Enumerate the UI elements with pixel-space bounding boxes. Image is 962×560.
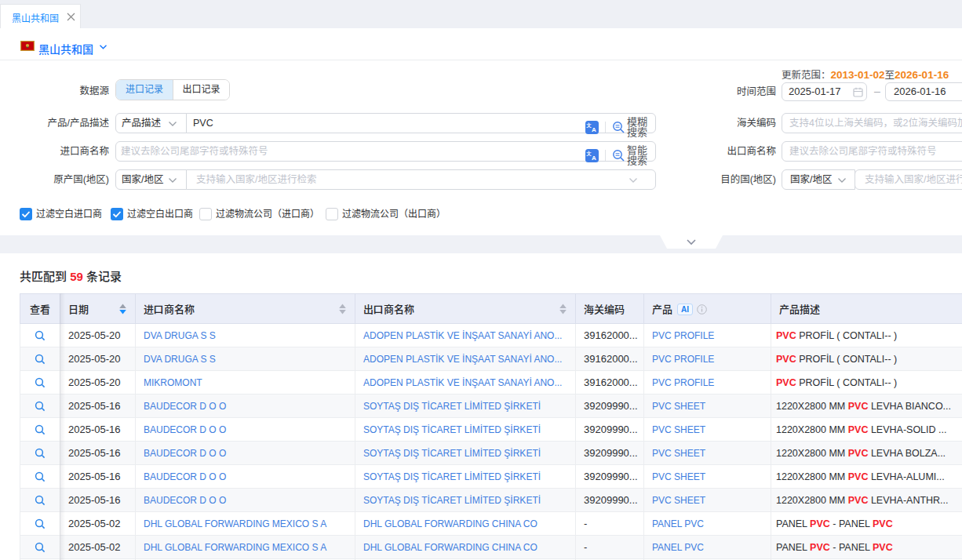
svg-text:A: A [592, 125, 596, 133]
svg-text:A: A [592, 154, 596, 161]
svg-text:文: 文 [585, 150, 592, 155]
svg-text:文: 文 [585, 122, 592, 127]
